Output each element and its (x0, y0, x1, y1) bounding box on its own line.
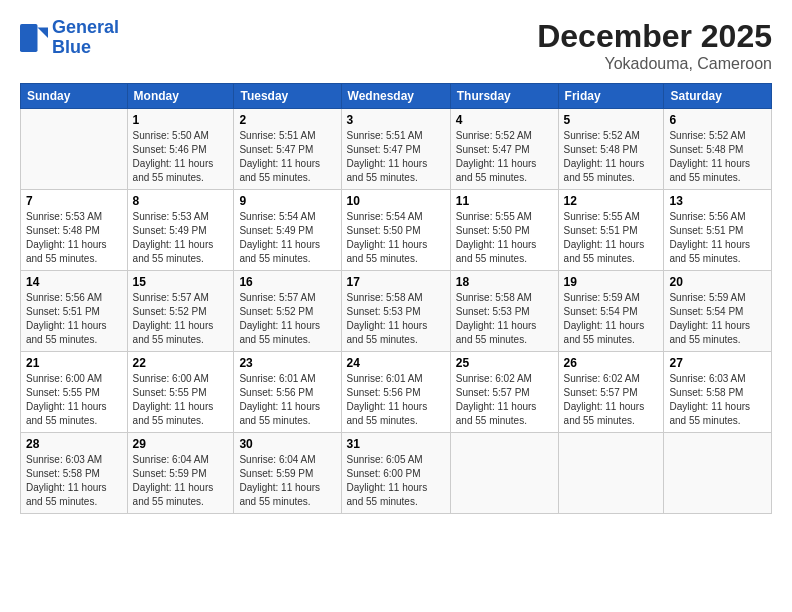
day-number: 18 (456, 275, 553, 289)
day-number: 12 (564, 194, 659, 208)
day-number: 13 (669, 194, 766, 208)
calendar-cell: 6 Sunrise: 5:52 AMSunset: 5:48 PMDayligh… (664, 109, 772, 190)
day-info: Sunrise: 5:52 AMSunset: 5:48 PMDaylight:… (564, 130, 645, 183)
logo-text-general: General (52, 18, 119, 38)
calendar-cell: 24 Sunrise: 6:01 AMSunset: 5:56 PMDaylig… (341, 352, 450, 433)
calendar-cell: 12 Sunrise: 5:55 AMSunset: 5:51 PMDaylig… (558, 190, 664, 271)
day-info: Sunrise: 6:03 AMSunset: 5:58 PMDaylight:… (669, 373, 750, 426)
logo: General Blue (20, 18, 119, 58)
day-info: Sunrise: 6:04 AMSunset: 5:59 PMDaylight:… (133, 454, 214, 507)
weekday-header-thursday: Thursday (450, 84, 558, 109)
calendar-cell: 2 Sunrise: 5:51 AMSunset: 5:47 PMDayligh… (234, 109, 341, 190)
day-number: 16 (239, 275, 335, 289)
logo-icon (20, 24, 48, 52)
day-number: 21 (26, 356, 122, 370)
day-info: Sunrise: 6:01 AMSunset: 5:56 PMDaylight:… (239, 373, 320, 426)
calendar-cell: 4 Sunrise: 5:52 AMSunset: 5:47 PMDayligh… (450, 109, 558, 190)
day-info: Sunrise: 6:02 AMSunset: 5:57 PMDaylight:… (456, 373, 537, 426)
calendar-cell: 1 Sunrise: 5:50 AMSunset: 5:46 PMDayligh… (127, 109, 234, 190)
day-info: Sunrise: 6:02 AMSunset: 5:57 PMDaylight:… (564, 373, 645, 426)
day-number: 28 (26, 437, 122, 451)
calendar-cell: 19 Sunrise: 5:59 AMSunset: 5:54 PMDaylig… (558, 271, 664, 352)
day-info: Sunrise: 5:52 AMSunset: 5:48 PMDaylight:… (669, 130, 750, 183)
calendar-cell (664, 433, 772, 514)
calendar-table: SundayMondayTuesdayWednesdayThursdayFrid… (20, 83, 772, 514)
page: General Blue December 2025 Yokadouma, Ca… (0, 0, 792, 612)
day-number: 20 (669, 275, 766, 289)
calendar-cell: 20 Sunrise: 5:59 AMSunset: 5:54 PMDaylig… (664, 271, 772, 352)
calendar-cell: 17 Sunrise: 5:58 AMSunset: 5:53 PMDaylig… (341, 271, 450, 352)
day-number: 14 (26, 275, 122, 289)
weekday-header-row: SundayMondayTuesdayWednesdayThursdayFrid… (21, 84, 772, 109)
day-info: Sunrise: 5:59 AMSunset: 5:54 PMDaylight:… (564, 292, 645, 345)
day-number: 8 (133, 194, 229, 208)
day-number: 17 (347, 275, 445, 289)
day-info: Sunrise: 5:50 AMSunset: 5:46 PMDaylight:… (133, 130, 214, 183)
day-number: 29 (133, 437, 229, 451)
calendar-cell: 3 Sunrise: 5:51 AMSunset: 5:47 PMDayligh… (341, 109, 450, 190)
day-info: Sunrise: 5:55 AMSunset: 5:50 PMDaylight:… (456, 211, 537, 264)
day-info: Sunrise: 5:59 AMSunset: 5:54 PMDaylight:… (669, 292, 750, 345)
day-info: Sunrise: 5:56 AMSunset: 5:51 PMDaylight:… (26, 292, 107, 345)
calendar-week-row: 14 Sunrise: 5:56 AMSunset: 5:51 PMDaylig… (21, 271, 772, 352)
calendar-cell: 8 Sunrise: 5:53 AMSunset: 5:49 PMDayligh… (127, 190, 234, 271)
day-info: Sunrise: 6:04 AMSunset: 5:59 PMDaylight:… (239, 454, 320, 507)
calendar-cell: 16 Sunrise: 5:57 AMSunset: 5:52 PMDaylig… (234, 271, 341, 352)
calendar-cell: 23 Sunrise: 6:01 AMSunset: 5:56 PMDaylig… (234, 352, 341, 433)
day-info: Sunrise: 5:57 AMSunset: 5:52 PMDaylight:… (133, 292, 214, 345)
day-info: Sunrise: 5:54 AMSunset: 5:49 PMDaylight:… (239, 211, 320, 264)
day-number: 2 (239, 113, 335, 127)
weekday-header-friday: Friday (558, 84, 664, 109)
calendar-week-row: 7 Sunrise: 5:53 AMSunset: 5:48 PMDayligh… (21, 190, 772, 271)
day-info: Sunrise: 5:53 AMSunset: 5:48 PMDaylight:… (26, 211, 107, 264)
day-number: 11 (456, 194, 553, 208)
calendar-week-row: 1 Sunrise: 5:50 AMSunset: 5:46 PMDayligh… (21, 109, 772, 190)
day-number: 10 (347, 194, 445, 208)
calendar-cell: 18 Sunrise: 5:58 AMSunset: 5:53 PMDaylig… (450, 271, 558, 352)
day-info: Sunrise: 5:55 AMSunset: 5:51 PMDaylight:… (564, 211, 645, 264)
day-info: Sunrise: 6:00 AMSunset: 5:55 PMDaylight:… (26, 373, 107, 426)
weekday-header-wednesday: Wednesday (341, 84, 450, 109)
calendar-cell: 9 Sunrise: 5:54 AMSunset: 5:49 PMDayligh… (234, 190, 341, 271)
day-number: 26 (564, 356, 659, 370)
day-info: Sunrise: 6:05 AMSunset: 6:00 PMDaylight:… (347, 454, 428, 507)
calendar-cell: 21 Sunrise: 6:00 AMSunset: 5:55 PMDaylig… (21, 352, 128, 433)
calendar-cell: 10 Sunrise: 5:54 AMSunset: 5:50 PMDaylig… (341, 190, 450, 271)
day-number: 19 (564, 275, 659, 289)
page-subtitle: Yokadouma, Cameroon (537, 55, 772, 73)
day-number: 7 (26, 194, 122, 208)
weekday-header-sunday: Sunday (21, 84, 128, 109)
day-number: 25 (456, 356, 553, 370)
day-number: 23 (239, 356, 335, 370)
day-number: 15 (133, 275, 229, 289)
day-number: 5 (564, 113, 659, 127)
weekday-header-tuesday: Tuesday (234, 84, 341, 109)
calendar-cell: 15 Sunrise: 5:57 AMSunset: 5:52 PMDaylig… (127, 271, 234, 352)
calendar-cell: 28 Sunrise: 6:03 AMSunset: 5:58 PMDaylig… (21, 433, 128, 514)
day-number: 22 (133, 356, 229, 370)
svg-marker-0 (38, 27, 49, 38)
day-number: 27 (669, 356, 766, 370)
day-number: 3 (347, 113, 445, 127)
title-block: December 2025 Yokadouma, Cameroon (537, 18, 772, 73)
calendar-cell: 5 Sunrise: 5:52 AMSunset: 5:48 PMDayligh… (558, 109, 664, 190)
day-info: Sunrise: 5:52 AMSunset: 5:47 PMDaylight:… (456, 130, 537, 183)
calendar-cell: 26 Sunrise: 6:02 AMSunset: 5:57 PMDaylig… (558, 352, 664, 433)
calendar-cell: 29 Sunrise: 6:04 AMSunset: 5:59 PMDaylig… (127, 433, 234, 514)
day-info: Sunrise: 5:58 AMSunset: 5:53 PMDaylight:… (347, 292, 428, 345)
day-number: 9 (239, 194, 335, 208)
calendar-cell: 11 Sunrise: 5:55 AMSunset: 5:50 PMDaylig… (450, 190, 558, 271)
calendar-cell (558, 433, 664, 514)
day-info: Sunrise: 5:56 AMSunset: 5:51 PMDaylight:… (669, 211, 750, 264)
day-info: Sunrise: 6:00 AMSunset: 5:55 PMDaylight:… (133, 373, 214, 426)
calendar-cell: 13 Sunrise: 5:56 AMSunset: 5:51 PMDaylig… (664, 190, 772, 271)
calendar-cell: 7 Sunrise: 5:53 AMSunset: 5:48 PMDayligh… (21, 190, 128, 271)
day-number: 24 (347, 356, 445, 370)
calendar-cell: 25 Sunrise: 6:02 AMSunset: 5:57 PMDaylig… (450, 352, 558, 433)
page-title: December 2025 (537, 18, 772, 55)
day-info: Sunrise: 5:58 AMSunset: 5:53 PMDaylight:… (456, 292, 537, 345)
day-number: 1 (133, 113, 229, 127)
calendar-cell (450, 433, 558, 514)
calendar-week-row: 21 Sunrise: 6:00 AMSunset: 5:55 PMDaylig… (21, 352, 772, 433)
weekday-header-saturday: Saturday (664, 84, 772, 109)
